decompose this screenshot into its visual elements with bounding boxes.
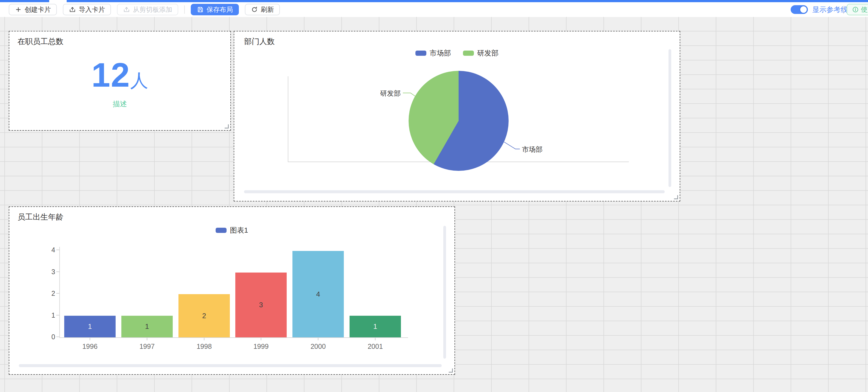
card-title: 员工出生年龄 — [18, 212, 63, 222]
x-tick-mark — [318, 338, 318, 340]
refresh-label: 刷新 — [261, 5, 274, 14]
y-tick-label: 1 — [42, 311, 55, 319]
legend-item-series1[interactable]: 图表1 — [216, 225, 248, 235]
save-layout-label: 保存布局 — [207, 5, 233, 14]
y-tick-mark — [56, 249, 59, 250]
save-icon — [197, 6, 204, 13]
card-department-count[interactable]: 部门人数 市场部 研发部 研发部 市场部 — [234, 31, 680, 202]
y-tick-label: 4 — [42, 246, 55, 254]
resize-handle[interactable] — [674, 195, 678, 199]
top-accent-bar — [0, 0, 868, 2]
horizontal-scrollbar[interactable] — [19, 364, 442, 367]
x-tick-label: 1997 — [131, 342, 163, 351]
toolbar-divider — [184, 5, 185, 14]
import-card-button[interactable]: 导入卡片 — [63, 4, 111, 15]
y-tick-mark — [56, 271, 59, 272]
bar-x-axis-line — [59, 337, 408, 338]
x-tick-label: 2001 — [359, 342, 392, 351]
x-tick-label: 2000 — [302, 342, 335, 351]
toolbar: 创建卡片 导入卡片 从剪切板添加 — [0, 2, 868, 17]
card-birth-year[interactable]: 员工出生年龄 图表1 4 3 2 1 0 1 — [9, 206, 455, 375]
dashboard-canvas[interactable]: 在职员工总数 12 人 描述 部门人数 市场部 研发部 — [0, 17, 868, 392]
card-title: 在职员工总数 — [18, 36, 63, 47]
bar-2000[interactable]: 4 — [292, 251, 344, 337]
bar-1997[interactable]: 1 — [121, 316, 173, 337]
y-tick-mark — [56, 315, 59, 315]
add-from-clipboard-button[interactable]: 从剪切板添加 — [117, 4, 178, 15]
x-tick-mark — [147, 338, 147, 340]
toolbar-right-divider — [843, 6, 844, 14]
bar-value-label: 1 — [88, 322, 92, 331]
x-tick-mark — [375, 338, 375, 340]
bar-legend: 图表1 — [9, 225, 455, 235]
create-card-button[interactable]: 创建卡片 — [9, 4, 57, 15]
horizontal-scrollbar[interactable] — [244, 190, 665, 193]
stat-value-row: 12 人 — [9, 56, 230, 94]
upload-icon — [69, 6, 76, 13]
bar-2001[interactable]: 1 — [349, 316, 401, 337]
top-accent-bar-gap — [49, 0, 67, 2]
refresh-button[interactable]: 刷新 — [245, 4, 280, 15]
x-tick-mark — [204, 338, 205, 340]
pie-slice-label-rnd: 研发部 — [380, 89, 401, 98]
import-card-label: 导入卡片 — [79, 5, 105, 14]
bar-value-label: 3 — [259, 301, 263, 309]
x-tick-mark — [90, 338, 90, 340]
pie-slice-label-marketing: 市场部 — [522, 145, 542, 154]
toolbar-left-group: 创建卡片 导入卡片 从剪切板添加 — [9, 2, 280, 17]
legend-label: 图表1 — [230, 225, 248, 235]
resize-handle[interactable] — [225, 124, 229, 128]
upload-icon-disabled — [123, 6, 130, 13]
y-tick-label: 3 — [42, 268, 55, 276]
y-tick-label: 2 — [42, 290, 55, 297]
y-tick-mark — [56, 336, 59, 337]
help-button[interactable]: 使用说明 — [847, 4, 868, 15]
create-card-label: 创建卡片 — [25, 5, 51, 14]
show-guides-toggle[interactable] — [790, 5, 808, 14]
bar-1999[interactable]: 3 — [235, 273, 287, 337]
pie-callout-lines — [234, 31, 680, 201]
x-tick-label: 1996 — [73, 342, 106, 351]
legend-swatch-series1 — [216, 228, 226, 233]
y-tick-mark — [56, 293, 59, 294]
plus-icon — [15, 6, 22, 13]
bar-value-label: 1 — [145, 322, 149, 331]
bar-value-label: 4 — [316, 290, 320, 299]
y-tick-label: 0 — [42, 333, 55, 341]
x-tick-mark — [261, 338, 261, 340]
card-total-employees[interactable]: 在职员工总数 12 人 描述 — [9, 31, 231, 131]
stat-description: 描述 — [9, 99, 230, 109]
resize-handle[interactable] — [449, 368, 453, 372]
stat-unit: 人 — [130, 68, 148, 93]
help-label: 使用说明 — [861, 5, 868, 14]
add-from-clipboard-label: 从剪切板添加 — [133, 5, 172, 14]
vertical-scrollbar[interactable] — [669, 49, 671, 187]
stat-value: 12 — [92, 56, 130, 94]
bar-y-axis-line — [59, 247, 60, 338]
x-tick-label: 1998 — [188, 342, 221, 351]
show-guides-label: 显示参考线 — [812, 2, 848, 17]
x-tick-label: 1999 — [245, 342, 277, 351]
toggle-knob — [800, 6, 807, 13]
info-icon — [852, 6, 859, 13]
save-layout-button[interactable]: 保存布局 — [191, 4, 239, 15]
bar-value-label: 2 — [202, 312, 206, 320]
bar-1998[interactable]: 2 — [179, 294, 230, 337]
dashboard-editor: 创建卡片 导入卡片 从剪切板添加 — [0, 0, 868, 392]
refresh-icon — [251, 6, 258, 13]
bar-1996[interactable]: 1 — [64, 316, 116, 337]
bar-value-label: 1 — [373, 322, 377, 331]
vertical-scrollbar[interactable] — [443, 226, 446, 359]
